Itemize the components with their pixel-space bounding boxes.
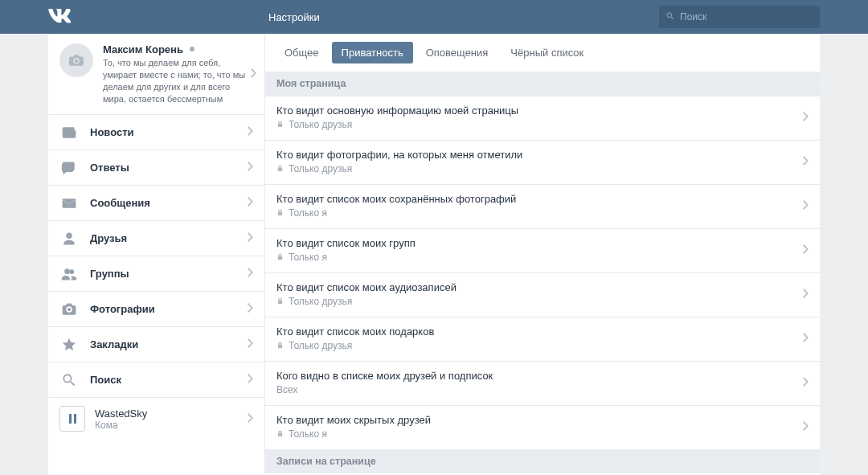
chevron-right-icon — [803, 244, 809, 256]
nav-item-camera[interactable]: Фотографии — [48, 292, 264, 327]
tab-Общее[interactable]: Общее — [275, 42, 329, 63]
nav-item-search[interactable]: Поиск — [48, 362, 264, 398]
setting-value: Всех — [276, 384, 803, 395]
search-icon — [59, 371, 79, 390]
setting-title: Кто видит моих скрытых друзей — [276, 414, 803, 426]
chevron-right-icon — [803, 156, 809, 168]
section-header: Моя страница — [265, 72, 820, 96]
setting-value: Только друзья — [276, 119, 803, 130]
lock-icon — [276, 164, 285, 174]
search-icon — [665, 11, 680, 23]
chevron-right-icon — [248, 303, 253, 315]
setting-title: Кто видит список моих групп — [276, 237, 803, 249]
setting-title: Кто видит фотографии, на которых меня от… — [276, 149, 803, 161]
privacy-setting-row[interactable]: Кто видит список моих сохранённых фотогр… — [265, 184, 820, 228]
privacy-setting-row[interactable]: Кто видит фотографии, на которых меня от… — [265, 140, 820, 184]
chevron-right-icon — [803, 377, 809, 389]
nav-label: Ответы — [90, 162, 129, 174]
topbar: Настройки — [0, 0, 868, 34]
setting-value: Только я — [276, 207, 803, 219]
vk-logo[interactable] — [48, 9, 71, 26]
lock-icon — [276, 429, 285, 439]
chevron-right-icon — [803, 112, 809, 124]
nav-label: Сообщения — [90, 197, 150, 209]
nav-label: Группы — [90, 268, 129, 280]
chevron-right-icon — [248, 162, 253, 174]
online-status-dot — [190, 47, 194, 51]
camera-icon — [59, 300, 79, 319]
groups-icon — [59, 264, 79, 284]
privacy-setting-row[interactable]: Кто видит моих скрытых друзейТолько я — [265, 405, 820, 449]
search-box[interactable] — [659, 6, 820, 28]
chevron-right-icon — [248, 413, 253, 425]
profile-block[interactable]: Максим Корень То, что мы делаем для себя… — [48, 34, 264, 115]
tab-Приватность[interactable]: Приватность — [332, 42, 413, 63]
tab-Оповещения[interactable]: Оповещения — [416, 42, 498, 63]
nav-item-replies[interactable]: Ответы — [48, 150, 264, 186]
privacy-setting-row[interactable]: Кто видит список моих подарковТолько дру… — [265, 317, 820, 361]
setting-value: Только друзья — [276, 296, 803, 307]
tabs: ОбщееПриватностьОповещенияЧёрный список — [265, 34, 820, 72]
setting-value: Только друзья — [276, 340, 803, 351]
chevron-right-icon — [803, 333, 809, 345]
setting-title: Кто видит список моих аудиозаписей — [276, 281, 803, 293]
messages-icon — [59, 194, 79, 213]
section-header: Записи на странице — [265, 449, 820, 473]
pause-button[interactable] — [59, 406, 85, 432]
privacy-setting-row[interactable]: Кто видит список моих аудиозаписейТолько… — [265, 272, 820, 317]
friend-icon — [59, 229, 79, 248]
chevron-right-icon — [248, 126, 253, 138]
news-icon — [59, 123, 79, 142]
avatar — [59, 43, 93, 77]
setting-title: Кто видит основную информацию моей стран… — [276, 104, 803, 117]
setting-title: Кого видно в списке моих друзей и подпис… — [276, 370, 803, 382]
privacy-setting-row[interactable]: Кто видит список моих группТолько я — [265, 228, 820, 272]
lock-icon — [276, 341, 285, 350]
chevron-right-icon — [803, 421, 809, 433]
chevron-right-icon — [248, 338, 253, 350]
track-title: WastedSky — [95, 407, 147, 420]
lock-icon — [276, 252, 285, 262]
nav-item-groups[interactable]: Группы — [48, 256, 264, 292]
lock-icon — [276, 120, 285, 129]
chevron-right-icon — [248, 232, 253, 244]
page-title: Настройки — [268, 11, 320, 23]
nav-item-star[interactable]: Закладки — [48, 327, 264, 362]
sidebar: Максим Корень То, что мы делаем для себя… — [48, 34, 265, 475]
chevron-right-icon — [248, 268, 253, 280]
tab-Чёрный список[interactable]: Чёрный список — [501, 42, 593, 63]
search-input[interactable] — [680, 11, 813, 23]
setting-value: Только друзья — [276, 163, 803, 174]
nav-item-messages[interactable]: Сообщения — [48, 186, 264, 221]
nav-item-friend[interactable]: Друзья — [48, 221, 264, 256]
chevron-right-icon — [803, 289, 809, 301]
chevron-right-icon — [248, 374, 253, 386]
nav-label: Поиск — [90, 374, 121, 386]
nav-label: Фотографии — [90, 303, 155, 315]
setting-title: Кто видит список моих сохранённых фотогр… — [276, 193, 803, 205]
camera-icon — [69, 55, 84, 66]
nav-label: Закладки — [90, 338, 138, 350]
star-icon — [59, 335, 79, 354]
nav-label: Друзья — [90, 232, 127, 244]
lock-icon — [276, 297, 285, 306]
lock-icon — [276, 208, 285, 218]
profile-status: То, что мы делаем для себя, умирает вмес… — [103, 57, 253, 104]
track-artist: Кома — [95, 420, 147, 431]
settings-content: ОбщееПриватностьОповещенияЧёрный список … — [265, 34, 820, 475]
profile-name: Максим Корень — [103, 43, 183, 55]
nav-label: Новости — [90, 126, 134, 138]
privacy-setting-row[interactable]: Кто видит основную информацию моей стран… — [265, 96, 820, 140]
setting-value: Только я — [276, 428, 803, 440]
setting-title: Кто видит список моих подарков — [276, 326, 803, 338]
nav-item-news[interactable]: Новости — [48, 115, 264, 150]
chevron-right-icon — [803, 200, 809, 212]
setting-value: Только я — [276, 252, 803, 263]
music-player[interactable]: WastedSky Кома — [48, 398, 264, 440]
replies-icon — [59, 158, 79, 178]
chevron-right-icon — [251, 68, 256, 80]
privacy-setting-row[interactable]: Кого видно в списке моих друзей и подпис… — [265, 361, 820, 405]
chevron-right-icon — [248, 197, 253, 209]
